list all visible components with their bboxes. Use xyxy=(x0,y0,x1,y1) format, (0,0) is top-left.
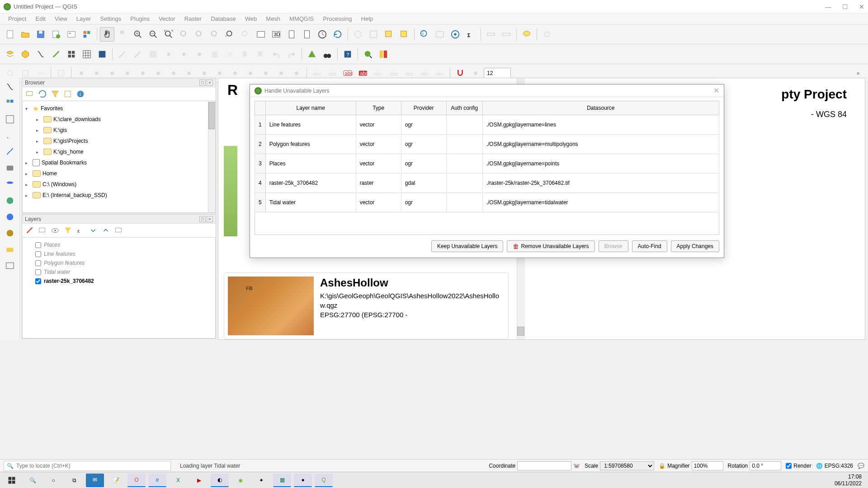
zoom-full-button[interactable] xyxy=(161,27,176,42)
add-feature-button[interactable] xyxy=(161,47,176,61)
action-button[interactable] xyxy=(366,27,381,42)
cut-features-button[interactable] xyxy=(223,47,237,61)
new-print-layout-button[interactable] xyxy=(49,27,63,42)
add-oracle-layer-button[interactable] xyxy=(3,258,17,273)
expander-icon[interactable]: ▸ xyxy=(36,128,42,133)
excel-taskbar[interactable]: X xyxy=(169,474,187,487)
col-provider[interactable]: Provider xyxy=(401,101,446,115)
minimize-button[interactable]: — xyxy=(825,3,831,10)
layers-style-button[interactable] xyxy=(25,225,35,235)
table-row[interactable]: 3 Places vector ogr ./OSM.gpkg|layername… xyxy=(255,154,719,174)
menu-edit[interactable]: Edit xyxy=(31,15,50,22)
browser-item[interactable]: K:\gis_home xyxy=(53,149,84,155)
redo-button[interactable] xyxy=(284,47,299,61)
layers-expression-button[interactable]: ε xyxy=(75,225,85,235)
coordinate-toggle-icon[interactable]: 🐭 xyxy=(573,463,580,469)
table-row[interactable]: 2 Polygon features vector ogr ./OSM.gpkg… xyxy=(255,135,719,154)
annotation-button[interactable] xyxy=(540,27,554,42)
menu-raster[interactable]: Raster xyxy=(180,15,206,22)
browser-tree[interactable]: ▾★Favorites ▸K:\clare_downloads ▸K:\gis … xyxy=(22,101,216,213)
edge-taskbar[interactable]: e xyxy=(148,474,166,487)
cell-auth[interactable] xyxy=(446,174,482,193)
current-edits-button[interactable] xyxy=(115,47,130,61)
save-edits-button[interactable] xyxy=(146,47,160,61)
autofind-button[interactable]: Auto-Find xyxy=(632,240,667,252)
osm-download-button[interactable] xyxy=(320,47,335,61)
expander-icon[interactable]: ▸ xyxy=(36,150,42,155)
layer-name[interactable]: raster-25k_3706482 xyxy=(44,278,94,284)
layers-collapse-button[interactable] xyxy=(101,225,111,235)
col-layer-name[interactable]: Layer name xyxy=(265,101,356,115)
cell-auth[interactable] xyxy=(446,115,482,135)
open-project-button[interactable] xyxy=(18,27,33,42)
cell-layer-name[interactable]: raster-25k_3706482 xyxy=(265,174,356,193)
data-source-manager-button[interactable] xyxy=(3,47,17,61)
browse-button[interactable]: Browse xyxy=(599,240,628,252)
show-bookmarks-button[interactable] xyxy=(300,27,314,42)
new-geopackage-button[interactable] xyxy=(18,47,33,61)
map-tips-button[interactable] xyxy=(519,27,534,42)
menu-mesh[interactable]: Mesh xyxy=(261,15,285,22)
menu-plugins[interactable]: Plugins xyxy=(126,15,154,22)
menu-web[interactable]: Web xyxy=(241,15,262,22)
remove-unavailable-button[interactable]: 🗑Remove Unavailable Layers xyxy=(507,240,594,252)
zoom-to-layer-button[interactable] xyxy=(192,27,207,42)
qgis-taskbar[interactable]: Q xyxy=(315,474,333,487)
menu-processing[interactable]: Processing xyxy=(318,15,356,22)
cell-provider[interactable]: ogr xyxy=(401,135,446,154)
add-spatialite-layer-button[interactable] xyxy=(3,145,17,159)
cell-datasource[interactable]: ./OSM.gpkg|layername=multipolygons xyxy=(482,135,719,154)
paste-features-button[interactable] xyxy=(254,47,268,61)
zoom-next-button[interactable] xyxy=(238,27,253,42)
cell-datasource[interactable]: ./OSM.gpkg|layername=lines xyxy=(482,115,719,135)
attribute-table-button[interactable] xyxy=(433,27,447,42)
field-calculator-button[interactable] xyxy=(448,27,462,42)
expander-icon[interactable]: ▸ xyxy=(25,160,31,165)
cell-type[interactable]: vector xyxy=(356,135,401,154)
select-by-value-button[interactable] xyxy=(397,27,411,42)
style-manager-button[interactable] xyxy=(80,27,94,42)
browser-panel-close[interactable]: × xyxy=(207,80,213,86)
expander-icon[interactable]: ▸ xyxy=(36,117,42,122)
add-virtual-layer-button[interactable] xyxy=(3,161,17,175)
browser-item-favorites[interactable]: Favorites xyxy=(41,105,63,112)
identify-button[interactable] xyxy=(351,27,365,42)
cell-datasource[interactable]: ./OSM.gpkg|layername=tidalwater xyxy=(482,193,719,212)
close-button[interactable]: ✕ xyxy=(859,3,864,10)
cell-layer-name[interactable]: Polygon features xyxy=(265,135,356,154)
add-xyz-layer-button[interactable] xyxy=(3,226,17,240)
cell-provider[interactable]: gdal xyxy=(401,174,446,193)
cell-type[interactable]: vector xyxy=(356,154,401,174)
browser-item[interactable]: K:\gis\Projects xyxy=(53,138,88,144)
menu-project[interactable]: Project xyxy=(4,15,31,22)
add-raster-layer-button[interactable] xyxy=(3,96,17,110)
locator-bar[interactable]: 🔍 xyxy=(4,461,171,471)
new-empty-project-label[interactable]: pty Project xyxy=(781,87,847,102)
apply-changes-button[interactable]: Apply Changes xyxy=(671,240,719,252)
zoom-in-button[interactable] xyxy=(131,27,145,42)
layer-checkbox[interactable] xyxy=(35,251,41,257)
undo-button[interactable] xyxy=(269,47,283,61)
table-row[interactable]: 4 raster-25k_3706482 raster gdal ./raste… xyxy=(255,174,719,193)
cell-layer-name[interactable]: Places xyxy=(265,154,356,174)
plugin-manager-button[interactable] xyxy=(376,47,391,61)
cell-type[interactable]: vector xyxy=(356,193,401,212)
opera-taskbar[interactable]: O xyxy=(127,474,146,487)
pan-map-button[interactable] xyxy=(100,27,114,42)
pan-to-selection-button[interactable] xyxy=(115,27,130,42)
menu-view[interactable]: View xyxy=(50,15,72,22)
stickynotes-taskbar[interactable]: 📝 xyxy=(107,474,125,487)
cell-type[interactable]: raster xyxy=(356,174,401,193)
browser-item[interactable]: E:\ (Internal_backup_SSD) xyxy=(42,192,107,198)
cell-auth[interactable] xyxy=(446,193,482,212)
cell-provider[interactable]: ogr xyxy=(401,115,446,135)
youtube-taskbar[interactable]: ▶ xyxy=(190,474,208,487)
new-spatialite-button[interactable] xyxy=(49,47,63,61)
add-vector-layer-button[interactable] xyxy=(3,80,17,94)
delete-selected-button[interactable] xyxy=(208,47,222,61)
unavailable-layers-table[interactable]: Layer name Type Provider Auth config Dat… xyxy=(255,101,719,212)
layer-checkbox[interactable] xyxy=(35,260,41,266)
select-features-button[interactable] xyxy=(382,27,396,42)
layers-visibility-button[interactable] xyxy=(50,225,60,235)
zoom-out-button[interactable] xyxy=(146,27,160,42)
